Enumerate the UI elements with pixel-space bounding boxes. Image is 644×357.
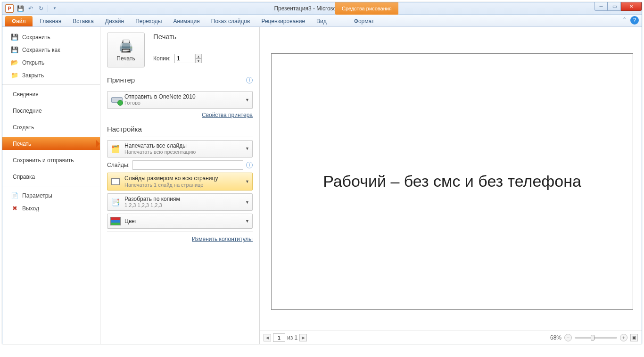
slide-preview: Рабочий – без смс и без телефона <box>271 53 633 310</box>
sidebar-item-label: Открыть <box>22 59 44 66</box>
printer-heading: Принтер <box>107 76 135 84</box>
titlebar: P 💾 ↶ ↻ ▼ Презентация3 - Microsoft Power… <box>2 2 642 15</box>
sidebar-item-print[interactable]: Печать <box>2 137 100 150</box>
sidebar-item-help[interactable]: Справка <box>2 170 100 183</box>
sidebar-item-info[interactable]: Сведения <box>2 88 100 100</box>
sidebar-item-options[interactable]: 📄Параметры <box>2 189 100 202</box>
sidebar-item-label: Справка <box>13 174 35 180</box>
window-controls: ─ ▭ ✕ <box>594 2 642 11</box>
printer-icon: 🖨️ <box>118 39 133 53</box>
zoom-out-button[interactable]: − <box>564 334 572 341</box>
print-panel: 🖨️ Печать Печать Копии: ▲ ▼ <box>100 27 260 344</box>
print-preview: Рабочий – без смс и без телефона ◀ из 1 … <box>260 27 642 344</box>
maximize-button[interactable]: ▭ <box>608 2 621 11</box>
printer-name: Отправить в OneNote 2010 <box>124 93 196 100</box>
chevron-down-icon: ▼ <box>245 98 249 102</box>
prev-page-button[interactable]: ◀ <box>264 334 271 341</box>
chevron-down-icon: ▼ <box>245 219 249 224</box>
tab-home[interactable]: Главная <box>34 16 67 26</box>
quick-access-toolbar: 💾 ↶ ↻ ▼ <box>16 4 59 13</box>
printer-dropdown[interactable]: Отправить в OneNote 2010 Готово ▼ <box>107 91 253 109</box>
chevron-down-icon: ▼ <box>245 179 249 184</box>
qat-separator <box>48 5 48 12</box>
options-icon: 📄 <box>11 192 18 199</box>
chevron-down-icon: ▼ <box>245 200 249 205</box>
sidebar-item-label: Сохранить <box>22 34 50 41</box>
collate-subtitle: 1,2,3 1,2,3 1,2,3 <box>124 202 180 208</box>
copies-input[interactable] <box>174 54 195 63</box>
sidebar-item-label: Сведения <box>13 91 39 98</box>
print-range-title: Напечатать все слайды <box>124 142 196 149</box>
save-icon[interactable]: 💾 <box>16 4 25 13</box>
divider <box>107 232 253 232</box>
qat-customize-icon[interactable]: ▼ <box>50 4 59 13</box>
sidebar-item-share[interactable]: Сохранить и отправить <box>2 154 100 166</box>
zoom-thumb[interactable] <box>591 335 594 340</box>
print-range-subtitle: Напечатать всю презентацию <box>124 149 196 155</box>
ribbon-collapse-icon[interactable]: ⌃ <box>621 16 627 23</box>
ribbon-tabs: Файл Главная Вставка Дизайн Переходы Ани… <box>2 15 642 27</box>
info-icon[interactable]: i <box>246 77 253 83</box>
redo-icon[interactable]: ↻ <box>36 4 46 13</box>
exit-icon: ✖ <box>11 205 18 212</box>
sidebar-item-label: Закрыть <box>22 72 44 79</box>
print-layout-subtitle: Напечатать 1 слайд на странице <box>124 182 218 188</box>
info-icon[interactable]: i <box>246 162 253 168</box>
printer-status-icon <box>110 95 121 105</box>
zoom-slider[interactable] <box>575 337 617 339</box>
printer-status: Готово <box>124 100 196 106</box>
full-page-icon <box>110 176 121 187</box>
sidebar-item-label: Сохранить как <box>22 47 60 53</box>
sidebar-item-close[interactable]: 📁Закрыть <box>2 69 100 82</box>
tab-slideshow[interactable]: Показ слайдов <box>206 16 256 26</box>
undo-icon[interactable]: ↶ <box>26 4 35 13</box>
sidebar-item-open[interactable]: 📂Открыть <box>2 56 100 69</box>
tab-animations[interactable]: Анимация <box>167 16 205 26</box>
tab-format[interactable]: Формат <box>348 16 380 26</box>
collate-dropdown[interactable]: 📑 Разобрать по копиям 1,2,3 1,2,3 1,2,3 … <box>107 193 253 211</box>
color-dropdown[interactable]: Цвет ▼ <box>107 214 253 229</box>
sidebar-item-new[interactable]: Создать <box>2 121 100 133</box>
spinner-down-icon[interactable]: ▼ <box>195 58 202 63</box>
sidebar-separator <box>2 84 100 85</box>
divider <box>107 87 253 87</box>
minimize-button[interactable]: ─ <box>594 2 608 11</box>
page-input[interactable] <box>273 333 285 342</box>
sidebar-item-label: Параметры <box>22 192 52 199</box>
sidebar-item-label: Выход <box>22 205 39 212</box>
close-button[interactable]: ✕ <box>621 2 642 11</box>
print-button-label: Печать <box>116 55 135 62</box>
tab-insert[interactable]: Вставка <box>67 16 99 26</box>
spinner-up-icon[interactable]: ▲ <box>195 54 202 58</box>
collate-title: Разобрать по копиям <box>124 196 180 202</box>
zoom-percent: 68% <box>550 334 561 341</box>
app-icon: P <box>5 4 14 13</box>
tab-design[interactable]: Дизайн <box>99 16 130 26</box>
sidebar-item-saveas[interactable]: 💾Сохранить как <box>2 43 100 56</box>
sidebar-item-label: Сохранить и отправить <box>13 157 74 164</box>
sidebar-item-exit[interactable]: ✖Выход <box>2 202 100 215</box>
print-button[interactable]: 🖨️ Печать <box>107 33 145 67</box>
next-page-button[interactable]: ▶ <box>299 334 307 341</box>
sidebar-item-save[interactable]: 💾Сохранить <box>2 31 100 43</box>
copies-spinner[interactable]: ▲ ▼ <box>174 54 202 63</box>
save-icon: 💾 <box>11 33 18 41</box>
sidebar-item-recent[interactable]: Последние <box>2 104 100 117</box>
zoom-in-button[interactable]: + <box>620 334 627 341</box>
file-tab[interactable]: Файл <box>5 16 33 26</box>
tab-review[interactable]: Рецензирование <box>256 16 311 26</box>
edit-header-footer-link[interactable]: Изменить колонтитулы <box>192 236 253 242</box>
print-layout-dropdown[interactable]: Слайды размером во всю страницу Напечата… <box>107 173 253 191</box>
backstage-sidebar: 💾Сохранить 💾Сохранить как 📂Открыть 📁Закр… <box>2 27 100 344</box>
slides-input[interactable] <box>132 160 243 170</box>
tab-view[interactable]: Вид <box>311 16 332 26</box>
tab-transitions[interactable]: Переходы <box>130 16 167 26</box>
help-icon[interactable]: ? <box>630 16 639 25</box>
print-heading: Печать <box>153 33 202 41</box>
sidebar-item-label: Создать <box>13 124 34 131</box>
fit-to-window-button[interactable]: ▣ <box>630 334 638 341</box>
sidebar-item-label: Последние <box>13 108 42 114</box>
print-range-dropdown[interactable]: 🗂️ Напечатать все слайды Напечатать всю … <box>107 140 253 158</box>
contextual-tab-drawing-tools: Средства рисования <box>335 2 398 15</box>
printer-properties-link[interactable]: Свойства принтера <box>202 112 253 118</box>
